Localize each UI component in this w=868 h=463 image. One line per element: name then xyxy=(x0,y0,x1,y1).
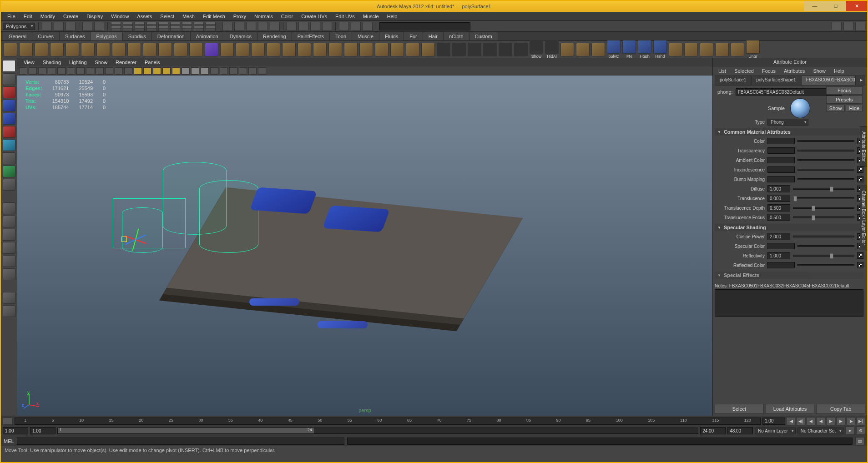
attr-color-swatch[interactable] xyxy=(767,176,795,182)
menu-display[interactable]: Display xyxy=(83,13,106,20)
vp-menu-panels[interactable]: Panels xyxy=(141,59,164,65)
anim-end-field[interactable] xyxy=(727,427,753,434)
save-scene-icon[interactable] xyxy=(66,22,76,31)
ae-select-button[interactable]: Select xyxy=(715,404,764,414)
attr-slider[interactable] xyxy=(797,159,854,161)
select-mask-icon[interactable] xyxy=(135,22,145,31)
new-scene-icon[interactable] xyxy=(42,22,52,31)
shelf-tab-fluids[interactable]: Fluids xyxy=(379,32,404,40)
render-icon[interactable] xyxy=(298,22,308,31)
viewport-toolbar-icon[interactable] xyxy=(57,67,66,75)
range-end-field[interactable] xyxy=(700,427,726,434)
sidebar-toggle-icon[interactable] xyxy=(832,22,842,31)
attr-value-field[interactable] xyxy=(767,185,790,192)
viewport-toolbar-icon[interactable] xyxy=(182,67,190,75)
shelf-primitive-icon[interactable] xyxy=(66,43,79,56)
command-language-label[interactable]: MEL xyxy=(4,438,14,444)
shelf-tab-toon[interactable]: Toon xyxy=(329,32,352,40)
current-time-field[interactable] xyxy=(762,418,785,425)
shelf-polytool-icon[interactable] xyxy=(313,43,327,56)
shelf-tab-fur[interactable]: Fur xyxy=(404,32,423,40)
viewport-toolbar-icon[interactable] xyxy=(172,67,180,75)
attr-map-button[interactable] xyxy=(857,252,863,259)
ae-menu-attributes[interactable]: Attributes xyxy=(780,67,808,75)
shelf-tab-custom[interactable]: Custom xyxy=(469,32,498,40)
hypershade-layout-icon[interactable] xyxy=(3,268,15,280)
range-slider[interactable]: 1 24 No Anim Layer No Character Set ● ⚙ xyxy=(1,426,867,436)
attr-slider[interactable] xyxy=(793,216,854,218)
select-mask-icon[interactable] xyxy=(158,22,168,31)
attr-color-swatch[interactable] xyxy=(767,157,795,163)
soft-mod-tool-icon[interactable] xyxy=(3,152,15,164)
attr-slider[interactable] xyxy=(793,255,854,257)
attr-value-field[interactable] xyxy=(767,214,790,221)
viewport-toolbar-icon[interactable] xyxy=(115,67,123,75)
viewport-toolbar-icon[interactable] xyxy=(248,67,257,75)
shelf-show-icon[interactable] xyxy=(530,40,543,54)
viewport-toolbar-icon[interactable] xyxy=(153,67,161,75)
menu-modify[interactable]: Modify xyxy=(37,13,59,20)
shelf-tab-general[interactable]: General xyxy=(3,32,32,40)
shelf-primitive-icon[interactable] xyxy=(189,43,203,56)
menu-mesh[interactable]: Mesh xyxy=(179,13,198,20)
shelf-primitive-icon[interactable] xyxy=(174,43,187,56)
layout-icon[interactable] xyxy=(363,22,373,31)
close-button[interactable]: ✕ xyxy=(846,1,867,11)
type-combo[interactable]: Phong xyxy=(767,119,808,126)
shelf-misc-icon[interactable] xyxy=(684,43,698,56)
viewport-toolbar-icon[interactable] xyxy=(96,67,104,75)
shelf-tab-deformation[interactable]: Deformation xyxy=(151,32,191,40)
prefs-button[interactable]: ⚙ xyxy=(856,427,865,435)
shelf-tab-dynamics[interactable]: Dynamics xyxy=(224,32,257,40)
attr-slider[interactable] xyxy=(797,245,854,247)
viewport-toolbar-icon[interactable] xyxy=(29,67,37,75)
step-back-button[interactable]: ◀ xyxy=(806,417,815,425)
attr-slider[interactable] xyxy=(797,140,854,142)
shelf-misc-icon[interactable] xyxy=(560,43,574,56)
shelf-primitive-icon[interactable] xyxy=(4,43,17,56)
shelf-display-icon[interactable] xyxy=(452,43,466,56)
shelf-primitive-icon[interactable] xyxy=(50,43,64,56)
snap-plane-icon[interactable] xyxy=(258,22,268,31)
shelf-misc-icon[interactable] xyxy=(715,43,729,56)
viewport-toolbar-icon[interactable] xyxy=(86,67,94,75)
shelf-polytool-icon[interactable] xyxy=(375,43,389,56)
select-mask-icon[interactable] xyxy=(146,22,156,31)
shelf-tool-icon[interactable] xyxy=(205,43,218,56)
play-forward-button[interactable]: ▶ xyxy=(826,417,835,425)
viewport-toolbar-icon[interactable] xyxy=(143,67,151,75)
attr-slider[interactable] xyxy=(797,178,854,180)
attribute-editor-side-tab[interactable]: Attribute Editor xyxy=(860,126,868,166)
shelf-display-icon[interactable] xyxy=(468,43,481,56)
shelf-polytool-icon[interactable] xyxy=(328,43,342,56)
attr-value-field[interactable] xyxy=(767,252,790,259)
render-settings-icon[interactable] xyxy=(322,22,332,31)
viewport-toolbar-icon[interactable] xyxy=(201,67,209,75)
section-common-material[interactable]: Common Material Attributes xyxy=(715,128,863,136)
shelf-misc-icon[interactable] xyxy=(576,43,590,56)
redo-icon[interactable] xyxy=(94,22,104,31)
shelf-primitive-icon[interactable] xyxy=(143,43,156,56)
shelf-misc-icon[interactable] xyxy=(669,43,682,56)
select-mask-icon[interactable] xyxy=(206,22,216,31)
shelf-tab-subdivs[interactable]: Subdivs xyxy=(122,32,152,40)
select-mask-icon[interactable] xyxy=(123,22,133,31)
select-mask-icon[interactable] xyxy=(111,22,121,31)
two-pane-layout-icon[interactable] xyxy=(3,229,15,241)
four-pane-layout-icon[interactable] xyxy=(3,216,15,227)
play-back-button[interactable]: ◀ xyxy=(816,417,825,425)
menu-edit-uvs[interactable]: Edit UVs xyxy=(332,13,358,20)
ae-menu-list[interactable]: List xyxy=(715,67,730,75)
lasso-tool-icon[interactable] xyxy=(3,73,15,85)
channel-box-side-tab[interactable]: Channel Box / Layer Editor xyxy=(860,186,868,250)
attr-color-swatch[interactable] xyxy=(767,166,795,173)
sidebar-toggle-icon[interactable] xyxy=(843,22,853,31)
paint-select-tool-icon[interactable] xyxy=(3,86,15,98)
ae-copy-tab-button[interactable]: Copy Tab xyxy=(816,404,865,414)
go-start-button[interactable]: |◀ xyxy=(786,417,795,425)
shelf-primitive-icon[interactable] xyxy=(96,43,110,56)
viewport-toolbar-icon[interactable] xyxy=(220,67,228,75)
shelf-display-icon[interactable] xyxy=(499,43,512,56)
hypershade-icon[interactable] xyxy=(339,22,349,31)
attr-slider[interactable] xyxy=(793,188,854,190)
